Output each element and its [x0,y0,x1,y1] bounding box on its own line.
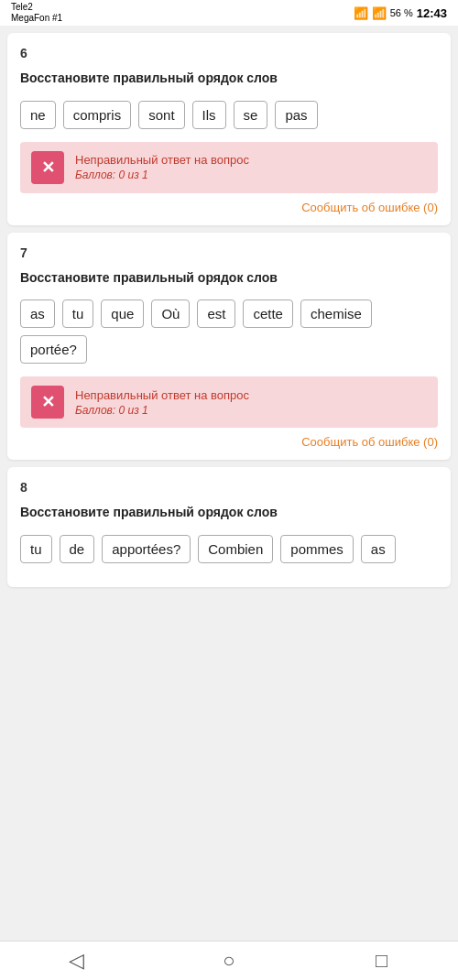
word-token[interactable]: pas [275,101,317,129]
carrier1: Tele2 [11,2,62,13]
word-token[interactable]: que [101,299,144,328]
feedback-wrong-6: ✕ Неправильный ответ на вопрос Баллов: 0… [20,142,438,193]
report-link-6[interactable]: Сообщить об ошибке (0) [20,201,438,214]
question-card-8: 8 Восстановите правильный орядок слов tu… [7,467,451,587]
words-container-8: tu de apportées? Combien pommes as [20,535,438,563]
word-token[interactable]: as [20,299,55,328]
feedback-score-7: Баллов: 0 из 1 [75,404,249,417]
status-icons: 📶 📶 56 % 12:43 [354,6,447,20]
back-button[interactable]: ◁ [49,949,104,973]
word-token[interactable]: ne [20,101,56,129]
question-instruction-6: Восстановите правильный орядок слов [20,70,438,88]
feedback-text-6: Неправильный ответ на вопрос Баллов: 0 и… [75,153,249,181]
feedback-title-7: Неправильный ответ на вопрос [75,388,249,402]
word-token[interactable]: as [361,535,396,563]
status-bar: Tele2 MegaFon #1 📶 📶 56 % 12:43 [0,0,458,26]
feedback-wrong-7: ✕ Неправильный ответ на вопрос Баллов: 0… [20,376,438,428]
word-token[interactable]: Combien [198,535,273,563]
wrong-icon-7: ✕ [31,386,64,419]
feedback-text-7: Неправильный ответ на вопрос Баллов: 0 и… [75,388,249,417]
signal-icon: 📶 [372,6,387,20]
word-token[interactable]: Ils [192,101,226,129]
word-token[interactable]: portée? [20,335,87,364]
battery-text: 56 % [390,7,413,18]
nfc-icon: 📶 [354,6,368,20]
question-card-7: 7 Восстановите правильный орядок слов as… [7,233,451,461]
word-token[interactable]: sont [138,101,184,129]
question-number-6: 6 [20,46,438,60]
report-link-7[interactable]: Сообщить об ошибке (0) [20,435,438,449]
wrong-icon-6: ✕ [31,151,64,184]
word-token[interactable]: cette [243,299,293,328]
word-token[interactable]: pommes [280,535,354,563]
word-token[interactable]: de [60,535,95,563]
home-button[interactable]: ○ [202,949,256,973]
word-token[interactable]: compris [63,101,132,129]
words-container-7: as tu que Où est cette chemise portée? [20,299,438,364]
carrier-info: Tele2 MegaFon #1 [11,2,62,24]
word-token[interactable]: chemise [300,299,372,328]
recent-button[interactable]: □ [354,949,409,973]
time-display: 12:43 [417,6,447,20]
word-token[interactable]: Où [151,299,190,328]
feedback-score-6: Баллов: 0 из 1 [75,169,249,181]
word-token[interactable]: est [197,299,235,328]
question-card-6: 6 Восстановите правильный орядок слов ne… [7,33,451,225]
nav-bar: ◁ ○ □ [0,941,458,980]
question-instruction-8: Восстановите правильный орядок слов [20,504,438,522]
word-token[interactable]: apportées? [102,535,191,563]
carrier2: MegaFon #1 [11,13,62,24]
word-token[interactable]: tu [62,299,94,328]
words-container-6: ne compris sont Ils se pas [20,101,438,129]
question-number-7: 7 [20,245,438,260]
question-number-8: 8 [20,480,438,495]
word-token[interactable]: se [234,101,268,129]
word-token[interactable]: tu [20,535,52,563]
question-instruction-7: Восстановите правильный орядок слов [20,269,438,288]
feedback-title-6: Неправильный ответ на вопрос [75,153,249,167]
